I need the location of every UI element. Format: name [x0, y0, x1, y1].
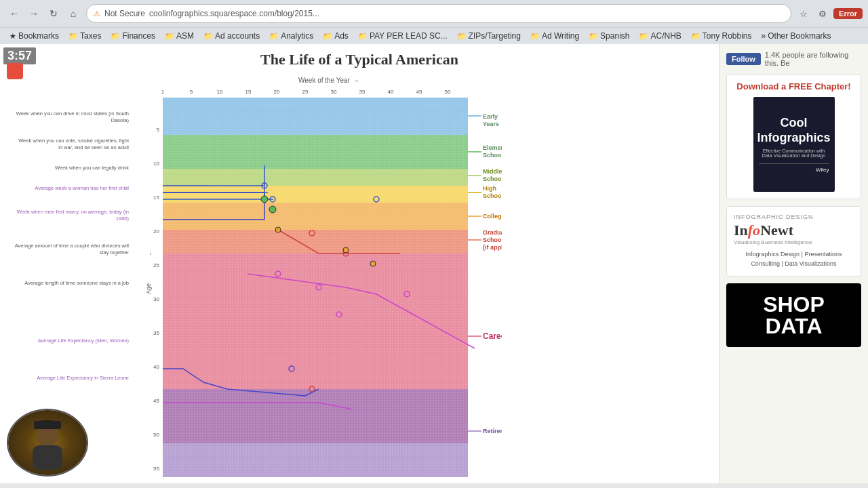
folder-icon: 📁: [111, 32, 120, 41]
bookmark-finances[interactable]: 📁Finances: [106, 30, 159, 42]
tick-5: 5: [190, 89, 193, 95]
infographic-container: The Life of a Typical American Week when…: [0, 44, 719, 483]
legend-middle2: School: [483, 176, 502, 182]
home-button[interactable]: ⌂: [64, 5, 82, 22]
infonewt-services: Infographics Design | Presentations Cons…: [734, 249, 854, 269]
nav-buttons: ← → ↻ ⌂: [5, 5, 82, 22]
bookmark-zips[interactable]: 📁ZIPs/Targeting: [453, 30, 525, 42]
browser-toolbar: ← → ↻ ⌂ ⚠ Not Secure coolinfographics.sq…: [0, 0, 868, 27]
y-tick-50: 50: [153, 432, 159, 438]
service-2: Consulting | Data Visualizations: [734, 259, 854, 268]
fb-follow-button[interactable]: Follow: [726, 53, 761, 65]
webcam-overlay: [7, 409, 88, 476]
annotation-life-exp: Average Life Expectancy (Men, Women): [38, 338, 129, 344]
annotation-sierra: Average Life Expectancy in Sierra Leone: [37, 375, 129, 382]
y-tick-35: 35: [153, 330, 159, 336]
annotation-vote: Week when you can vote, smoke cigarettes…: [14, 138, 129, 151]
folder-icon: 📁: [530, 32, 540, 41]
tick-1: 1: [161, 89, 165, 95]
webcam-face: [8, 410, 87, 475]
y-tick-15: 15: [153, 195, 159, 201]
y-tick-10: 10: [153, 161, 159, 167]
tick-30: 30: [331, 89, 337, 95]
orange-dot-3: [370, 261, 376, 266]
chart-svg-area: Week of the Year → 1 5 10 15 20 25 30 35…: [142, 77, 502, 481]
security-icon: ⚠: [94, 9, 100, 18]
y-tick-20: 20: [153, 228, 159, 235]
bookmark-tony-robbins[interactable]: 📁Tony Robbins: [687, 30, 756, 42]
bookmark-other[interactable]: »Other Bookmarks: [757, 30, 835, 42]
annotation-drive: Week when you can drive in most states (…: [14, 110, 129, 124]
forward-button[interactable]: →: [25, 5, 43, 22]
annotation-drink: Week when you can legally drink: [55, 165, 129, 171]
svg-rect-4: [34, 421, 61, 429]
legend-elem2: School: [483, 152, 502, 159]
legend-early-years: Early: [483, 113, 498, 120]
dot-pattern: [163, 98, 468, 477]
error-button[interactable]: Error: [833, 8, 863, 19]
tick-15: 15: [245, 89, 252, 95]
shop-line1: SHOP: [736, 293, 851, 315]
bookmark-spanish[interactable]: 📁Spanish: [585, 30, 633, 42]
bookmark-analytics[interactable]: 📁Analytics: [265, 30, 317, 42]
address-bar[interactable]: ⚠ Not Secure coolinfographics.squarespac…: [86, 4, 791, 23]
bookmark-ads[interactable]: 📁Ads: [319, 30, 353, 42]
legend-college: College: [483, 213, 502, 220]
x-axis-label: Week of the Year →: [156, 77, 502, 84]
service-1: Infographics Design | Presentations: [734, 249, 854, 259]
bookmark-taxes[interactable]: 📁Taxes: [64, 30, 105, 42]
bookmark-ad-writing[interactable]: 📁Ad Writing: [526, 30, 583, 42]
y-tick-55: 55: [153, 466, 159, 472]
tick-20: 20: [274, 89, 280, 95]
bookmark-bookmarks[interactable]: ★Bookmarks: [5, 30, 63, 42]
tick-10: 10: [217, 89, 223, 95]
shop-line2: DATA: [736, 315, 851, 337]
toolbar-actions: ☆ ⚙ Error: [795, 5, 863, 22]
legend-grad2: School: [483, 237, 502, 243]
extensions-btn[interactable]: ⚙: [814, 5, 831, 22]
analytics-label: Analytics: [281, 31, 313, 41]
annotation-divorce: Average amount of time a couple who divo…: [14, 243, 129, 256]
y-tick-25: 25: [153, 262, 159, 268]
bookmark-star[interactable]: ☆: [795, 5, 812, 22]
reload-button[interactable]: ↻: [45, 5, 62, 22]
folder-icon: 📁: [68, 32, 78, 41]
annotation-job: Average length of time someone stays in …: [24, 280, 129, 287]
infographic-design-label: INFOGRAPHIC DESIGN: [734, 214, 854, 220]
tick-45: 45: [416, 89, 422, 95]
bookmark-ad-accounts[interactable]: 📁Ad accounts: [199, 30, 264, 42]
legend-early-years2: Years: [483, 121, 499, 127]
tick-25: 25: [302, 89, 309, 95]
bookmark-icon: ★: [9, 32, 16, 41]
bookmark-asm[interactable]: 📁ASM: [161, 30, 198, 42]
fb-follow-section: Follow 1.4K people are following this. B…: [726, 51, 861, 67]
book-cover[interactable]: Cool Infographics Effective Communicatio…: [753, 97, 835, 192]
orange-dot-2: [343, 247, 349, 253]
main-content: 3:57 The Life of a Typical American Week…: [0, 44, 868, 483]
url-text: coolinfographics.squarespace.com/blog/20…: [149, 9, 319, 18]
y-tick-5: 5: [157, 127, 160, 133]
back-button[interactable]: ←: [5, 5, 23, 22]
bookmark-ac-nhb[interactable]: 📁AC/NHB: [635, 30, 685, 42]
green-dot-2: [269, 206, 276, 213]
legend-career: Career: [483, 331, 502, 341]
tick-50: 50: [445, 89, 451, 95]
folder-icon: 📁: [639, 32, 648, 41]
legend-hs2: School: [483, 192, 502, 199]
svg-rect-2: [33, 445, 62, 470]
main-chart-svg: 1 5 10 15 20 25 30 35 40 45 50 Age ↓: [142, 85, 502, 479]
infonewt-tagline: Visualizing Business Intelligence: [734, 239, 854, 245]
folder-icon: 📁: [165, 32, 174, 41]
infonewt-logo[interactable]: InfoNewt: [734, 223, 854, 238]
folder-icon: 📁: [589, 32, 598, 41]
chart-wrapper: Week when you can drive in most states (…: [14, 77, 705, 481]
y-tick-30: 30: [153, 296, 159, 302]
shop-data-card[interactable]: SHOP DATA: [726, 283, 861, 347]
legend-hs: High: [483, 185, 496, 192]
person-silhouette: [20, 415, 75, 470]
bookmark-pay-per-lead[interactable]: 📁PAY PER LEAD SC...: [354, 30, 452, 42]
annotation-child: Average week a woman has her first child: [35, 185, 129, 192]
legend-grad3: (if applicable): [483, 244, 502, 251]
arrow-right: →: [353, 77, 359, 84]
book-title-2: Infographics: [757, 131, 831, 146]
